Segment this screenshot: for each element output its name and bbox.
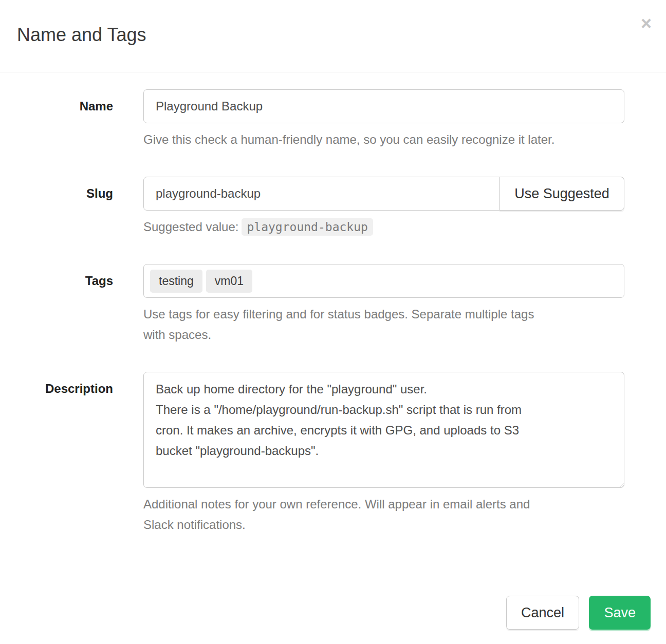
description-controls: Back up home directory for the "playgrou… (143, 372, 624, 535)
name-help-text: Give this check a human-friendly name, s… (143, 129, 624, 150)
slug-input[interactable] (143, 177, 500, 211)
description-textarea[interactable]: Back up home directory for the "playgrou… (143, 372, 624, 488)
tags-help-text: Use tags for easy filtering and for stat… (143, 304, 624, 345)
cancel-button[interactable]: Cancel (506, 596, 579, 630)
suggested-value-chip: playground-backup (242, 218, 373, 236)
use-suggested-button[interactable]: Use Suggested (499, 177, 624, 211)
tag-pill: vm01 (206, 270, 252, 293)
dialog-title: Name and Tags (17, 25, 649, 45)
slug-input-group: Use Suggested (143, 177, 624, 211)
tag-pill: testing (150, 270, 202, 293)
tags-row: Tags testingvm01 Use tags for easy filte… (0, 264, 624, 345)
name-and-tags-dialog: Name and Tags × Name Give this check a h… (0, 0, 666, 644)
dialog-footer: Cancel Save (0, 578, 666, 644)
description-help-text: Additional notes for your own reference.… (143, 494, 624, 535)
name-label: Name (0, 89, 113, 150)
close-icon[interactable]: × (641, 14, 652, 33)
dialog-body: Name Give this check a human-friendly na… (0, 72, 666, 578)
dialog-header: Name and Tags × (0, 0, 666, 72)
suggested-value-prefix: Suggested value: (143, 220, 238, 234)
tags-controls: testingvm01 Use tags for easy filtering … (143, 264, 624, 345)
tags-label: Tags (0, 264, 113, 345)
tags-input[interactable]: testingvm01 (143, 264, 624, 298)
name-controls: Give this check a human-friendly name, s… (143, 89, 624, 150)
slug-controls: Use Suggested Suggested value:playground… (143, 177, 624, 237)
slug-label: Slug (0, 177, 113, 237)
description-row: Description Back up home directory for t… (0, 372, 624, 535)
slug-help-text: Suggested value:playground-backup (143, 217, 624, 237)
name-row: Name Give this check a human-friendly na… (0, 89, 624, 150)
description-label: Description (0, 372, 113, 535)
slug-row: Slug Use Suggested Suggested value:playg… (0, 177, 624, 237)
name-input[interactable] (143, 89, 624, 123)
save-button[interactable]: Save (589, 596, 651, 630)
